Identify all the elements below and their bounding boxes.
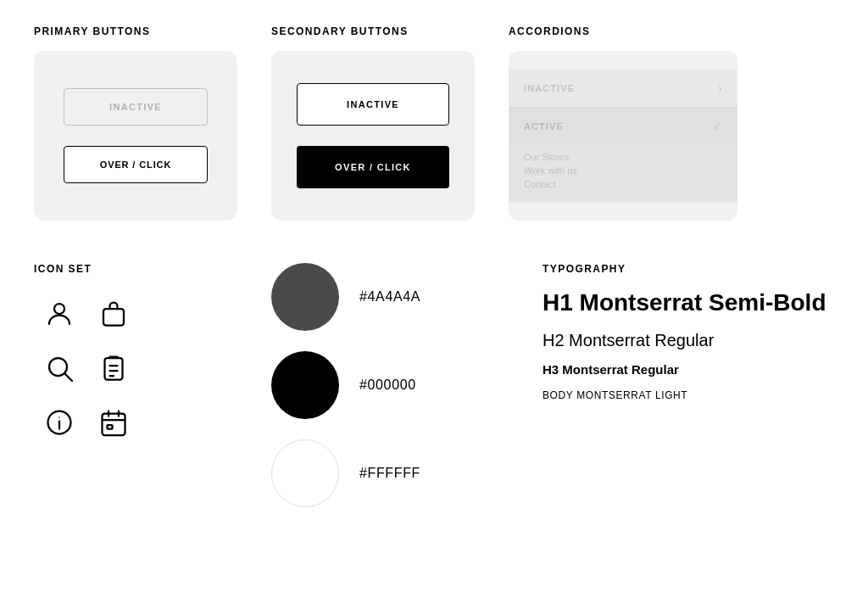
swatch-dark-gray — [271, 263, 339, 331]
typography-title: TYPOGRAPHY — [542, 263, 834, 275]
svg-point-2 — [49, 358, 67, 376]
typography-body: BODY Montserrat Light — [542, 388, 834, 403]
primary-active-button[interactable]: OVER / CLiCK — [64, 146, 208, 183]
svg-point-10 — [58, 417, 60, 418]
check-icon: ✓ — [712, 120, 722, 133]
typography-h1: H1 Montserrat Semi-Bold — [542, 288, 834, 317]
secondary-buttons-title: SECONDARY BUTTONS — [271, 25, 475, 37]
icon-set-title: ICON SET — [34, 263, 220, 275]
typography-h3: H3 Montserrat Regular — [542, 361, 834, 378]
clipboard-icon — [98, 353, 129, 383]
accordion-content: Our Stores Work with us Contact — [509, 145, 737, 203]
primary-buttons-section: PRIMARY BUTTONS INACTIVE OVER / CLiCK — [34, 25, 237, 221]
color-hex-2: #000000 — [359, 378, 416, 393]
user-icon-cell — [34, 288, 85, 339]
color-row-1: #4A4A4A — [271, 263, 492, 331]
svg-rect-11 — [103, 414, 125, 436]
primary-buttons-title: PRIMARY BUTTONS — [34, 25, 237, 37]
swatch-black — [271, 351, 339, 419]
calendar-icon — [98, 407, 129, 438]
svg-rect-1 — [103, 309, 124, 326]
color-hex-1: #4A4A4A — [359, 289, 420, 305]
accordions-title: ACCORDIONS — [509, 25, 737, 37]
secondary-active-button[interactable]: OVER / CLICK — [297, 146, 449, 188]
icon-set-section: ICON SET — [34, 263, 220, 528]
calendar-icon-cell — [88, 397, 139, 448]
secondary-buttons-section: SECONDARY BUTTONS INACTIVE OVER / CLICK — [271, 25, 475, 221]
user-icon — [44, 299, 75, 329]
color-hex-3: #FFFFFF — [359, 466, 420, 481]
svg-rect-15 — [108, 425, 113, 429]
primary-buttons-card: INACTIVE OVER / CLiCK — [34, 51, 237, 221]
color-row-3: #FFFFFF — [271, 439, 492, 507]
secondary-buttons-card: INACTIVE OVER / CLICK — [271, 51, 475, 221]
swatch-white — [271, 439, 339, 507]
search-icon-cell — [34, 343, 85, 394]
search-icon — [44, 353, 75, 383]
icon-grid — [34, 288, 220, 448]
accordion-content-item-3: Contact — [524, 179, 722, 189]
typography-h2: H2 Montserrat Regular — [542, 329, 834, 351]
bag-icon — [98, 299, 129, 329]
accordion-content-item-1: Our Stores — [524, 152, 722, 162]
clipboard-icon-cell — [88, 343, 139, 394]
secondary-inactive-button[interactable]: INACTIVE — [297, 83, 449, 126]
svg-point-0 — [54, 304, 64, 314]
accordion-inactive-label: INACTIVE — [524, 83, 575, 93]
accordions-section: ACCORDIONS INACTIVE › ACTIVE ✓ Our Store… — [509, 25, 737, 221]
bag-icon-cell — [88, 288, 139, 339]
color-section: #4A4A4A #000000 #FFFFFF — [220, 263, 492, 528]
chevron-right-icon: › — [718, 81, 722, 95]
svg-line-3 — [65, 374, 72, 381]
accordion-inactive-item[interactable]: INACTIVE › — [509, 70, 737, 108]
info-icon — [44, 407, 75, 438]
typography-section: TYPOGRAPHY H1 Montserrat Semi-Bold H2 Mo… — [492, 263, 834, 528]
color-row-2: #000000 — [271, 351, 492, 419]
accordions-card: INACTIVE › ACTIVE ✓ Our Stores Work with… — [509, 51, 737, 221]
accordion-active-label: ACTIVE — [524, 121, 564, 131]
accordion-active-item[interactable]: ACTIVE ✓ — [509, 108, 737, 145]
info-icon-cell — [34, 397, 85, 448]
primary-inactive-button[interactable]: INACTIVE — [64, 88, 208, 126]
accordion-content-item-2: Work with us — [524, 165, 722, 176]
